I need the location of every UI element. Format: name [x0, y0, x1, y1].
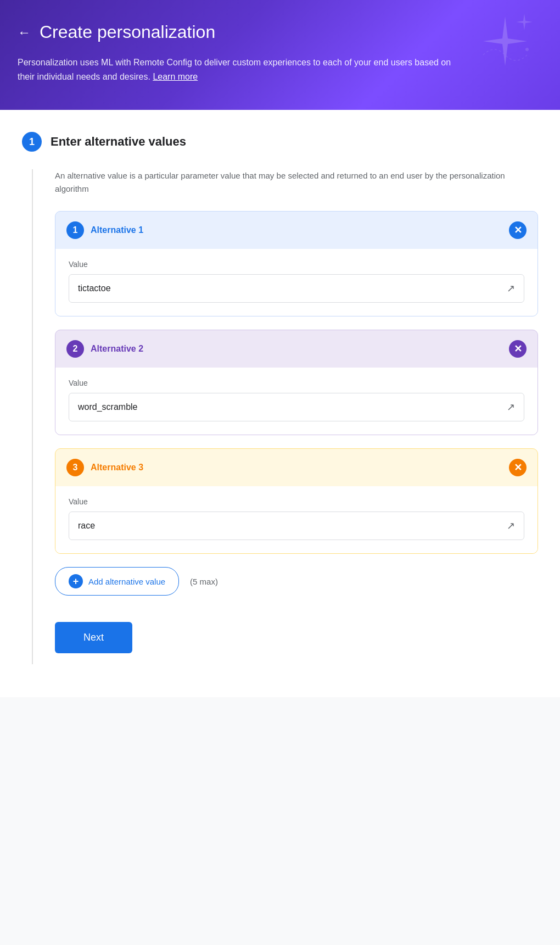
alternative-card-1: 1 Alternative 1 ✕ Value ↗: [55, 211, 538, 316]
value-input-wrapper-1: ↗: [69, 274, 524, 303]
alt-label-3: Alternative 3: [91, 463, 143, 472]
add-icon: +: [69, 574, 83, 588]
remove-alternative-2-button[interactable]: ✕: [509, 340, 527, 358]
value-input-wrapper-3: ↗: [69, 512, 524, 540]
back-button[interactable]: ← Create personalization: [18, 22, 542, 42]
step-title: Enter alternative values: [51, 135, 186, 149]
value-input-3[interactable]: [69, 513, 498, 538]
next-button[interactable]: Next: [55, 622, 132, 653]
alt-card-header-2: 2 Alternative 2 ✕: [55, 330, 537, 368]
alt-label-2: Alternative 2: [91, 344, 143, 354]
svg-point-0: [525, 48, 529, 51]
add-alternative-button[interactable]: + Add alternative value: [55, 567, 179, 596]
add-alt-section: + Add alternative value (5 max): [55, 567, 538, 596]
header-decoration: [472, 11, 538, 79]
alt-card-header-1: 1 Alternative 1 ✕: [55, 212, 537, 249]
back-arrow-icon: ←: [18, 26, 31, 39]
alt-card-body-3: Value ↗: [55, 486, 537, 553]
max-label: (5 max): [190, 577, 218, 586]
step-description: An alternative value is a particular par…: [55, 169, 538, 196]
value-input-wrapper-2: ↗: [69, 393, 524, 421]
value-label-2: Value: [69, 379, 524, 387]
expand-icon-2[interactable]: ↗: [498, 393, 524, 421]
alt-card-body-2: Value ↗: [55, 368, 537, 435]
alternative-card-2: 2 Alternative 2 ✕ Value ↗: [55, 330, 538, 435]
add-alt-label: Add alternative value: [88, 577, 165, 586]
value-label-3: Value: [69, 497, 524, 506]
header: ← Create personalization Personalization…: [0, 0, 560, 110]
alt-card-header-3: 3 Alternative 3 ✕: [55, 449, 537, 486]
expand-icon-1[interactable]: ↗: [498, 275, 524, 302]
alt-number-badge-1: 1: [66, 221, 84, 239]
alt-number-badge-2: 2: [66, 340, 84, 358]
remove-alternative-1-button[interactable]: ✕: [509, 221, 527, 239]
learn-more-link[interactable]: Learn more: [153, 72, 198, 81]
remove-alternative-3-button[interactable]: ✕: [509, 459, 527, 476]
alt-label-1: Alternative 1: [91, 225, 143, 235]
header-description: Personalization uses ML with Remote Conf…: [18, 55, 468, 84]
alt-card-body-1: Value ↗: [55, 249, 537, 316]
expand-icon-3[interactable]: ↗: [498, 512, 524, 540]
value-label-1: Value: [69, 260, 524, 269]
page-title: Create personalization: [40, 22, 215, 42]
alt-number-badge-3: 3: [66, 459, 84, 476]
step-badge: 1: [22, 132, 42, 152]
alternative-card-3: 3 Alternative 3 ✕ Value ↗: [55, 448, 538, 554]
step-header: 1 Enter alternative values: [22, 132, 538, 152]
value-input-1[interactable]: [69, 276, 498, 301]
main-content: 1 Enter alternative values An alternativ…: [0, 110, 560, 697]
value-input-2[interactable]: [69, 394, 498, 420]
step-content: An alternative value is a particular par…: [32, 169, 538, 664]
